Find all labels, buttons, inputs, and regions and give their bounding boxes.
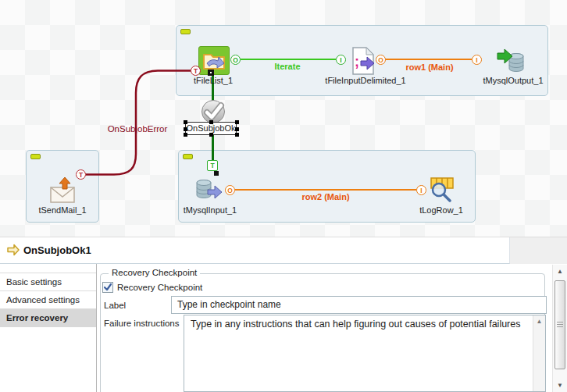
tmysqlinput-icon[interactable] bbox=[194, 176, 223, 205]
checkbox-label[interactable]: Recovery Checkpoint bbox=[117, 283, 202, 292]
tab-basic-settings[interactable]: Basic settings bbox=[0, 273, 96, 290]
panel-vertical-scrollbar[interactable]: ▲ ▼ bbox=[552, 265, 567, 392]
link-arrow-icon bbox=[6, 244, 20, 256]
row2-link-label[interactable]: row2 (Main) bbox=[291, 192, 361, 201]
component-label[interactable]: tLogRow_1 bbox=[409, 205, 473, 215]
textarea-scrollbar[interactable]: ▲ bbox=[533, 315, 545, 391]
iterate-link-line[interactable] bbox=[241, 59, 336, 60]
panel-title: OnSubjobOk1 bbox=[23, 244, 91, 256]
iterate-input-connector-i[interactable]: I bbox=[336, 55, 346, 65]
tlogrow-icon[interactable] bbox=[426, 176, 455, 205]
selection-handle[interactable] bbox=[184, 133, 187, 137]
trigger-input-connector-t[interactable]: T bbox=[207, 160, 218, 171]
onsubjobok-check-icon[interactable] bbox=[201, 99, 226, 124]
component-label[interactable]: tMysqlInput_1 bbox=[178, 205, 242, 215]
tfilelist-icon[interactable] bbox=[201, 48, 227, 73]
component-label[interactable]: tSendMail_1 bbox=[31, 205, 94, 215]
selection-handle[interactable] bbox=[235, 127, 239, 131]
iterate-output-connector-o[interactable]: O bbox=[230, 55, 241, 65]
svg-text:;: ; bbox=[355, 54, 359, 69]
link-anchor[interactable] bbox=[208, 69, 214, 76]
row1-link-line[interactable] bbox=[385, 59, 472, 60]
subjob-collapse-icon[interactable] bbox=[180, 29, 191, 34]
scroll-down-icon[interactable]: ▼ bbox=[553, 379, 567, 392]
selection-handle[interactable] bbox=[184, 127, 187, 131]
failure-instructions-field-name: Failure instructions bbox=[104, 319, 180, 328]
row-output-connector-o[interactable]: O bbox=[225, 185, 235, 195]
scroll-up-icon[interactable]: ▲ bbox=[553, 265, 567, 278]
tabs-separator bbox=[96, 264, 97, 392]
failure-instructions-text: Type in any instructions that can help f… bbox=[184, 315, 531, 334]
row1-link-label[interactable]: row1 (Main) bbox=[395, 62, 464, 72]
tfileinputdelimited-icon[interactable]: ; bbox=[351, 47, 375, 75]
link-anchor[interactable] bbox=[214, 171, 219, 176]
failure-instructions-textarea[interactable]: Type in any instructions that can help f… bbox=[184, 315, 546, 392]
trigger-connector-t[interactable]: T bbox=[76, 169, 86, 180]
tab-advanced-settings[interactable]: Advanced settings bbox=[0, 290, 96, 308]
panel-header-filler bbox=[510, 237, 567, 264]
link-label-text: OnSubjobOk bbox=[187, 123, 236, 133]
talend-designer-window: tFileList_1 T O Iterate ; tFileInputDeli… bbox=[0, 0, 567, 392]
tmysqloutput-icon[interactable] bbox=[497, 47, 525, 75]
iterate-link-label[interactable]: Iterate bbox=[256, 62, 319, 71]
row2-link-line[interactable] bbox=[235, 189, 416, 191]
recovery-checkpoint-checkbox[interactable] bbox=[102, 282, 113, 293]
checkbox-check-icon bbox=[103, 283, 112, 292]
component-label[interactable]: tFileInputDelimited_1 bbox=[319, 76, 412, 85]
scrollbar-grip bbox=[557, 322, 563, 327]
selection-handle[interactable] bbox=[209, 133, 213, 137]
scrollbar-thumb[interactable] bbox=[555, 280, 565, 369]
label-field-name: Label bbox=[104, 301, 126, 310]
group-title: Recovery Checkpoint bbox=[109, 268, 200, 277]
row-input-connector-i[interactable]: I bbox=[472, 55, 482, 65]
row-output-connector-o[interactable]: O bbox=[376, 55, 386, 65]
onsubjoberror-link-label[interactable]: OnSubjobError bbox=[100, 124, 175, 134]
tsendmail-icon[interactable] bbox=[48, 176, 77, 205]
subjob-collapse-icon[interactable] bbox=[183, 154, 193, 159]
scroll-up-icon[interactable]: ▲ bbox=[533, 317, 545, 326]
subjob-collapse-icon[interactable] bbox=[30, 154, 41, 159]
component-label[interactable]: tMysqlOutput_1 bbox=[477, 76, 549, 85]
row-input-connector-i[interactable]: I bbox=[416, 185, 426, 195]
selection-handle[interactable] bbox=[184, 120, 187, 124]
job-design-canvas[interactable]: tFileList_1 T O Iterate ; tFileInputDeli… bbox=[0, 0, 567, 237]
selection-handle[interactable] bbox=[235, 120, 239, 124]
tab-error-recovery[interactable]: Error recovery bbox=[0, 308, 96, 327]
trigger-connector-t[interactable]: T bbox=[191, 66, 201, 76]
checkpoint-label-input[interactable]: Type in checkpoint name bbox=[171, 296, 547, 314]
onsubjobok-link-label[interactable]: OnSubjobOk bbox=[185, 122, 237, 135]
selection-handle[interactable] bbox=[235, 133, 239, 137]
component-label[interactable]: tFileList_1 bbox=[180, 76, 247, 85]
selection-handle[interactable] bbox=[209, 120, 213, 124]
